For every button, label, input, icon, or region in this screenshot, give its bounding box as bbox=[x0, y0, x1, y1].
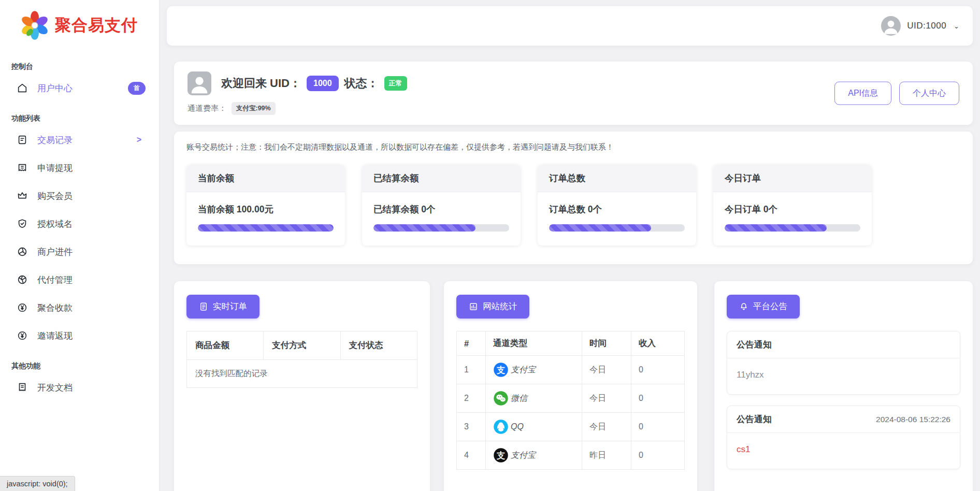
stat-title: 当前余额 bbox=[186, 165, 345, 192]
sidebar-item-label: 购买会员 bbox=[37, 190, 73, 202]
row-index: 2 bbox=[457, 384, 486, 413]
welcome-avatar bbox=[188, 71, 211, 95]
stat-title: 今日订单 bbox=[713, 165, 872, 192]
channel-name: 微信 bbox=[511, 393, 527, 404]
sidebar: 聚合易支付 控制台 用户中心 首 功能列表 交易记录 > 申请提现 购买会员 授… bbox=[0, 0, 160, 491]
stat-value: 已结算余额 0个 bbox=[373, 203, 509, 215]
domain-auth-icon bbox=[17, 218, 28, 229]
realtime-orders-button[interactable]: 实时订单 bbox=[186, 295, 260, 319]
withdraw-icon bbox=[17, 162, 28, 174]
invite-icon bbox=[17, 330, 28, 341]
transaction-records-icon bbox=[17, 134, 28, 146]
column-header: 时间 bbox=[582, 331, 631, 356]
bell-icon bbox=[739, 302, 748, 311]
announcements-button[interactable]: 平台公告 bbox=[727, 295, 800, 319]
column-header: 商品金额 bbox=[187, 331, 264, 360]
column-header: 通道类型 bbox=[486, 331, 582, 356]
sidebar-item-membership[interactable]: 购买会员 bbox=[11, 184, 148, 207]
button-label: 网站统计 bbox=[483, 301, 517, 312]
flower-logo-icon bbox=[19, 9, 51, 41]
row-time: 昨日 bbox=[582, 441, 631, 470]
stat-card-settled: 已结算余额 已结算余额 0个 bbox=[362, 165, 521, 245]
progress-track bbox=[725, 224, 860, 232]
profile-center-button[interactable]: 个人中心 bbox=[899, 82, 959, 105]
membership-icon bbox=[17, 190, 28, 201]
empty-message: 没有找到匹配的记录 bbox=[187, 360, 417, 388]
sidebar-item-transactions[interactable]: 交易记录 > bbox=[11, 128, 148, 151]
sidebar-item-merchant[interactable]: 商户进件 bbox=[11, 240, 148, 263]
sidebar-item-user-center[interactable]: 用户中心 首 bbox=[11, 77, 148, 99]
stats-notice: 账号交易统计；注意：我们会不定期清理数据以及通道，所以数据可以存在偏差，仅提供参… bbox=[186, 142, 960, 152]
topbar-uid[interactable]: UID:1000 bbox=[907, 21, 946, 31]
stat-value: 订单总数 0个 bbox=[549, 203, 685, 215]
sidebar-item-label: 授权域名 bbox=[37, 218, 73, 230]
qq-icon bbox=[493, 419, 509, 435]
chevron-right-icon: > bbox=[137, 135, 141, 145]
table-row: 2 微信 今日 0 bbox=[457, 384, 685, 413]
row-income: 0 bbox=[631, 356, 685, 384]
api-info-button[interactable]: API信息 bbox=[834, 82, 891, 105]
sidebar-item-withdraw[interactable]: 申请提现 bbox=[11, 156, 148, 179]
welcome-card: 欢迎回来 UID： 1000 状态： 正常 通道费率： 支付宝:99% API信… bbox=[174, 62, 973, 125]
announcements-panel: 平台公告 公告通知 11yhzx 公告通知 2024-08-06 15:22:2… bbox=[714, 281, 973, 491]
sidebar-item-collection[interactable]: 聚合收款 bbox=[11, 296, 148, 319]
row-index: 4 bbox=[457, 441, 486, 470]
announcement-content: 11yhzx bbox=[727, 358, 960, 394]
rate-label: 通道费率： bbox=[188, 104, 226, 113]
table-row: 1 支 支付宝 今日 0 bbox=[457, 356, 685, 384]
button-label: 平台公告 bbox=[753, 301, 787, 312]
wechat-icon bbox=[493, 391, 509, 406]
rate-badge: 支付宝:99% bbox=[232, 102, 276, 115]
sidebar-item-label: 申请提现 bbox=[37, 162, 73, 174]
document-icon bbox=[199, 302, 208, 311]
collection-icon bbox=[17, 302, 28, 313]
site-stats-panel: 网站统计 # 通道类型 时间 收入 1 支 支付宝 bbox=[444, 281, 697, 491]
announcement-item[interactable]: 公告通知 11yhzx bbox=[727, 331, 960, 395]
sidebar-item-label: 邀请返现 bbox=[37, 330, 73, 342]
chevron-down-icon[interactable]: ⌄ bbox=[954, 22, 959, 30]
person-icon bbox=[881, 16, 901, 36]
site-stats-table: # 通道类型 时间 收入 1 支 支付宝 今日 0 bbox=[456, 331, 685, 470]
progress-track bbox=[198, 224, 334, 232]
column-header: 支付方式 bbox=[264, 331, 340, 360]
progress-bar bbox=[198, 224, 334, 232]
status-badge: 正常 bbox=[384, 76, 407, 91]
svg-text:支: 支 bbox=[496, 451, 506, 460]
sidebar-item-label: 用户中心 bbox=[37, 82, 73, 94]
person-icon bbox=[188, 71, 211, 95]
stat-card-today-orders: 今日订单 今日订单 0个 bbox=[713, 165, 872, 245]
sidebar-item-payout[interactable]: 代付管理 bbox=[11, 268, 148, 291]
site-stats-button[interactable]: 网站统计 bbox=[456, 295, 529, 319]
stats-card: 账号交易统计；注意：我们会不定期清理数据以及通道，所以数据可以存在偏差，仅提供参… bbox=[174, 132, 973, 264]
progress-track bbox=[549, 224, 685, 232]
sidebar-section-console: 控制台 bbox=[11, 62, 148, 71]
row-income: 0 bbox=[631, 413, 685, 441]
sidebar-item-label: 聚合收款 bbox=[37, 302, 73, 314]
realtime-orders-panel: 实时订单 商品金额 支付方式 支付状态 没有找到匹配的记录 bbox=[174, 281, 430, 491]
row-time: 今日 bbox=[582, 413, 631, 441]
announcement-title: 公告通知 bbox=[737, 339, 772, 351]
stat-title: 已结算余额 bbox=[362, 165, 521, 192]
sidebar-item-docs[interactable]: 开发文档 bbox=[11, 376, 148, 399]
announcement-item[interactable]: 公告通知 2024-08-06 15:22:26 cs1 bbox=[727, 406, 960, 469]
stat-card-total-orders: 订单总数 订单总数 0个 bbox=[538, 165, 696, 245]
sidebar-item-label: 开发文档 bbox=[37, 382, 73, 394]
docs-icon bbox=[17, 382, 28, 393]
welcome-greeting: 欢迎回来 UID： bbox=[221, 76, 301, 91]
sidebar-item-domain-auth[interactable]: 授权域名 bbox=[11, 212, 148, 235]
sidebar-section-other: 其他功能 bbox=[11, 362, 148, 371]
sidebar-item-label: 代付管理 bbox=[37, 274, 73, 286]
brand-logo[interactable]: 聚合易支付 bbox=[19, 9, 148, 41]
svg-text:支: 支 bbox=[496, 365, 506, 374]
alipay-dark-icon: 支 bbox=[493, 447, 509, 463]
row-index: 3 bbox=[457, 413, 486, 441]
sidebar-item-invite[interactable]: 邀请返现 bbox=[11, 324, 148, 347]
sidebar-item-label: 商户进件 bbox=[37, 246, 73, 258]
status-label: 状态： bbox=[344, 76, 379, 91]
row-time: 今日 bbox=[582, 356, 631, 384]
channel-name: QQ bbox=[511, 422, 524, 431]
main-content: UID:1000 ⌄ 欢迎回来 UID： 1000 状态： 正常 通道费率： 支… bbox=[160, 0, 980, 491]
sidebar-item-label: 交易记录 bbox=[37, 134, 73, 146]
user-avatar[interactable] bbox=[881, 16, 901, 36]
row-income: 0 bbox=[631, 441, 685, 470]
